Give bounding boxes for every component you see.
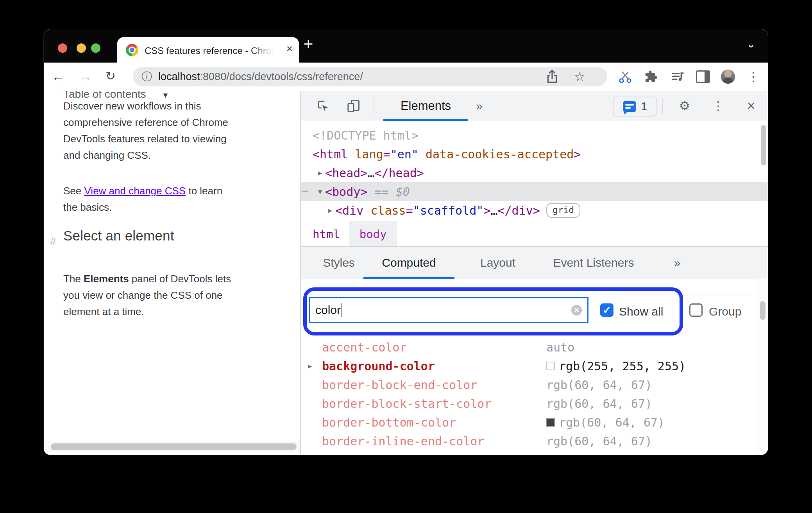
tab-event-listeners[interactable]: Event Listeners: [542, 247, 645, 279]
computed-row[interactable]: border-block-start-color rgb(60, 64, 67): [301, 394, 757, 413]
chrome-favicon-icon: [126, 44, 138, 56]
tab-layout[interactable]: Layout: [478, 247, 518, 279]
horizontal-scrollbar[interactable]: [44, 441, 300, 452]
dom-overflow-dots-icon[interactable]: …: [302, 182, 308, 195]
breadcrumb-html[interactable]: html: [313, 221, 340, 247]
computed-row[interactable]: accent-color auto: [301, 338, 757, 357]
tab-computed[interactable]: Computed: [363, 247, 454, 279]
device-toolbar-icon[interactable]: [345, 97, 363, 115]
browser-tab[interactable]: CSS features reference - Chron ×: [117, 37, 299, 63]
devtools-close-icon[interactable]: ×: [741, 91, 761, 121]
browser-window: CSS features reference - Chron × + › ← →…: [44, 29, 768, 455]
horizontal-scrollbar-thumb[interactable]: [51, 443, 297, 450]
page-heading: Select an element: [63, 228, 174, 244]
profile-avatar[interactable]: [719, 68, 737, 86]
share-icon[interactable]: [543, 68, 561, 86]
dollar-zero-ref: $0: [396, 185, 410, 199]
expand-icon[interactable]: ▶: [315, 169, 325, 177]
computed-row[interactable]: ▶ background-color rgb(255, 255, 255): [301, 357, 757, 375]
reload-icon[interactable]: ↻: [102, 67, 119, 85]
browser-toolbar: ← → ↻ ⓘ localhost:8080/docs/devtools/css…: [44, 63, 768, 91]
dom-row-head[interactable]: ▶<head>…</head>: [301, 163, 768, 182]
heading-anchor-hash[interactable]: #: [50, 235, 56, 248]
page-content: Table of contents ▼ Discover new workflo…: [44, 91, 300, 455]
tab-close-icon[interactable]: ×: [286, 43, 293, 55]
traffic-close-button[interactable]: [58, 43, 67, 53]
sidebar-tabs: Styles Computed Layout Event Listeners »: [301, 246, 768, 279]
url-host: localhost: [158, 71, 200, 83]
address-bar[interactable]: ⓘ localhost:8080/docs/devtools/css/refer…: [133, 67, 607, 86]
text-caret: [342, 303, 342, 317]
active-tab-underline: [363, 277, 454, 279]
elements-paragraph: The Elements panel of DevTools lets you …: [63, 271, 231, 320]
see-basics-paragraph: See View and change CSS to learn the bas…: [63, 183, 222, 215]
dom-tree: <!DOCTYPE html> <html lang="en" data-coo…: [301, 121, 768, 221]
inspect-element-icon[interactable]: [314, 97, 332, 115]
filter-input[interactable]: color ✕: [309, 297, 588, 323]
media-playlist-icon[interactable]: [669, 68, 687, 86]
back-icon[interactable]: ←: [50, 67, 67, 85]
dom-scrollbar-thumb[interactable]: [761, 125, 766, 165]
screenshot-root: { "colors": { "accent_blue": "#1a73e8", …: [0, 0, 812, 513]
issues-counter-button[interactable]: 1: [613, 97, 657, 117]
color-swatch: [546, 362, 555, 370]
traffic-zoom-button[interactable]: [91, 43, 100, 53]
forward-icon[interactable]: →: [77, 67, 94, 85]
computed-row[interactable]: border-bottom-color rgb(60, 64, 67): [301, 413, 757, 432]
site-info-icon[interactable]: ⓘ: [141, 70, 152, 84]
computed-scrollbar-thumb[interactable]: [760, 301, 765, 320]
toolbar-separator: [662, 98, 663, 114]
tab-title: CSS features reference - Chron: [145, 45, 274, 56]
devtools-menu-icon[interactable]: ⋮: [708, 91, 728, 121]
filter-input-value: color: [315, 303, 341, 317]
breadcrumb-body[interactable]: body: [349, 221, 397, 247]
toolbar-separator: [374, 98, 374, 114]
expand-icon[interactable]: ▶: [308, 362, 312, 370]
view-change-css-link[interactable]: View and change CSS: [84, 185, 186, 197]
devtools-tab-elements[interactable]: Elements: [383, 91, 468, 121]
intro-paragraph: Discover new workflows in this comprehen…: [63, 98, 228, 163]
show-all-checkbox[interactable]: ✓: [600, 303, 613, 317]
group-checkbox[interactable]: [689, 303, 703, 317]
dom-row-div-scaffold[interactable]: ▶<div class="scaffold">…</div> grid: [301, 201, 768, 220]
tab-styles[interactable]: Styles: [322, 247, 355, 279]
grid-badge[interactable]: grid: [546, 203, 580, 218]
new-tab-button[interactable]: +: [300, 35, 317, 54]
check-icon: ✓: [603, 305, 611, 316]
computed-row[interactable]: border-inline-start-color rgb(60, 64, 67…: [301, 450, 757, 455]
side-panel-icon[interactable]: [694, 68, 712, 86]
window-titlebar: CSS features reference - Chron × + ›: [44, 29, 768, 63]
dom-row-doctype[interactable]: <!DOCTYPE html>: [301, 126, 768, 145]
traffic-minimize-button[interactable]: [77, 43, 86, 53]
devtools-toolbar: Elements » 1 ⚙ ⋮ ×: [301, 91, 768, 121]
dom-row-html[interactable]: <html lang="en" data-cookies-accepted>: [301, 145, 768, 163]
computed-row[interactable]: border-inline-end-color rgb(60, 64, 67): [301, 432, 757, 450]
show-all-label[interactable]: Show all: [619, 305, 663, 318]
browser-menu-icon[interactable]: ⋮: [744, 68, 762, 86]
issues-count: 1: [641, 100, 647, 113]
issues-chat-icon: [623, 101, 636, 112]
active-tab-underline: [383, 119, 468, 121]
dom-breadcrumbs: html body: [301, 221, 768, 247]
expand-icon[interactable]: ▶: [325, 206, 335, 214]
bookmark-star-icon[interactable]: ☆: [574, 69, 585, 84]
url-text[interactable]: localhost:8080/docs/devtools/css/referen…: [158, 71, 363, 83]
extensions-puzzle-icon[interactable]: [642, 68, 660, 86]
computed-properties-list: accent-color auto ▶ background-color rgb…: [301, 325, 757, 455]
devtools-panel: Elements » 1 ⚙ ⋮ × <!DOCTYPE html> <html…: [300, 91, 768, 455]
color-swatch: [546, 418, 555, 427]
more-panels-icon[interactable]: »: [476, 91, 482, 121]
dom-row-body-selected[interactable]: … ▼<body> == $0: [301, 182, 768, 201]
computed-row[interactable]: border-block-end-color rgb(60, 64, 67): [301, 375, 757, 394]
clear-filter-icon[interactable]: ✕: [571, 305, 582, 316]
tab-search-chevron-icon[interactable]: ›: [745, 38, 758, 54]
more-tabs-icon[interactable]: »: [664, 247, 689, 279]
scissors-extension-icon[interactable]: [616, 68, 634, 86]
url-path: :8080/docs/devtools/css/reference/: [200, 71, 363, 83]
devtools-settings-icon[interactable]: ⚙: [674, 91, 695, 121]
collapse-icon[interactable]: ▼: [315, 188, 325, 196]
group-label[interactable]: Group: [709, 305, 741, 318]
